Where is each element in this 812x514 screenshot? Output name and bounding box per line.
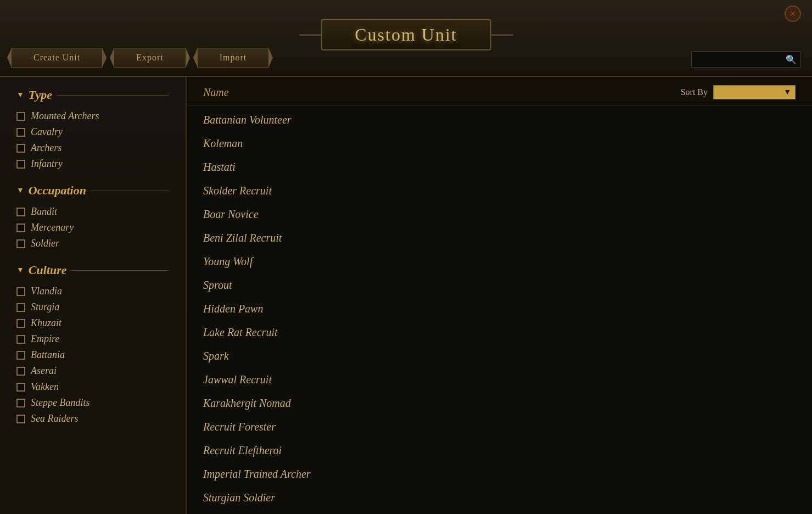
filter-item-mounted-archers[interactable]: Mounted Archers <box>16 110 169 122</box>
filter-item-vakken[interactable]: Vakken <box>16 381 169 393</box>
filter-item-cavalry[interactable]: Cavalry <box>16 126 169 138</box>
culture-section-title: Culture <box>29 263 67 277</box>
checkbox-cavalry[interactable] <box>16 128 25 137</box>
filter-item-infantry[interactable]: Infantry <box>16 158 169 170</box>
occupation-section-line <box>91 191 169 191</box>
checkbox-empire[interactable] <box>16 335 25 344</box>
culture-filter-items: Vlandia Sturgia Khuzait Empire Battania <box>16 286 169 424</box>
unit-list-item[interactable]: Beni Zilal Recruit <box>187 226 812 250</box>
filter-label-vlandia: Vlandia <box>31 286 62 297</box>
unit-list-item[interactable]: Hidden Pawn <box>187 297 812 321</box>
filter-item-mercenary[interactable]: Mercenary <box>16 222 169 233</box>
type-section-line <box>57 95 169 96</box>
unit-list-item[interactable]: Imperial Trained Archer <box>187 462 812 486</box>
type-collapse-arrow[interactable]: ▼ <box>16 91 24 99</box>
sort-by-label: Sort By <box>681 87 708 97</box>
filter-label-empire: Empire <box>31 333 59 345</box>
filter-item-bandit[interactable]: Bandit <box>16 206 169 217</box>
search-input[interactable] <box>691 51 801 68</box>
list-header: Name Sort By Name Type Culture ▼ <box>187 77 812 105</box>
unit-list-item[interactable]: Boar Novice <box>187 203 812 226</box>
checkbox-soldier[interactable] <box>16 239 25 248</box>
unit-list-item[interactable]: Sturgian Soldier <box>187 486 812 510</box>
unit-list[interactable]: Battanian VolunteerKolemanHastatiSkolder… <box>187 105 812 514</box>
header: Custom Unit × Create Unit Export Import … <box>0 0 812 77</box>
filter-label-aserai: Aserai <box>31 365 57 377</box>
type-filter-items: Mounted Archers Cavalry Archers Infantry <box>16 110 169 170</box>
export-button[interactable]: Export <box>114 48 186 68</box>
unit-list-item[interactable]: Recruit Eleftheroi <box>187 439 812 462</box>
filter-item-aserai[interactable]: Aserai <box>16 365 169 377</box>
import-button-wrap: Import <box>197 48 270 68</box>
filter-label-bandit: Bandit <box>31 206 57 217</box>
filter-label-infantry: Infantry <box>31 158 63 170</box>
occupation-filter-section: ▼ Occupation Bandit Mercenary Soldier <box>16 183 169 249</box>
checkbox-bandit[interactable] <box>16 208 25 216</box>
checkbox-mounted-archers[interactable] <box>16 112 25 121</box>
checkbox-sturgia[interactable] <box>16 303 25 312</box>
checkbox-archers[interactable] <box>16 144 25 153</box>
checkbox-steppe-bandits[interactable] <box>16 399 25 407</box>
filter-label-battania: Battania <box>31 349 65 361</box>
filter-label-mounted-archers: Mounted Archers <box>31 110 99 122</box>
filter-label-archers: Archers <box>31 142 61 154</box>
unit-list-item[interactable]: Battanian Volunteer <box>187 108 812 132</box>
right-panel: Name Sort By Name Type Culture ▼ Battani… <box>187 77 812 514</box>
culture-section-line <box>71 270 169 271</box>
unit-list-item[interactable]: Spark <box>187 344 812 368</box>
occupation-section-header: ▼ Occupation <box>16 183 169 198</box>
create-unit-button[interactable]: Create Unit <box>11 48 103 68</box>
checkbox-vakken[interactable] <box>16 383 25 392</box>
unit-list-item[interactable]: Recruit Forester <box>187 415 812 439</box>
culture-section-header: ▼ Culture <box>16 263 169 277</box>
checkbox-mercenary[interactable] <box>16 224 25 232</box>
checkbox-aserai[interactable] <box>16 367 25 376</box>
filter-item-khuzait[interactable]: Khuzait <box>16 317 169 329</box>
filter-item-archers[interactable]: Archers <box>16 142 169 154</box>
filter-label-vakken: Vakken <box>31 381 59 393</box>
filter-label-sturgia: Sturgia <box>31 301 59 313</box>
unit-list-item[interactable]: Koleman <box>187 132 812 155</box>
filter-item-battania[interactable]: Battania <box>16 349 169 361</box>
culture-collapse-arrow[interactable]: ▼ <box>16 266 24 275</box>
unit-list-item[interactable]: Sprout <box>187 273 812 297</box>
checkbox-khuzait[interactable] <box>16 319 25 328</box>
filter-item-vlandia[interactable]: Vlandia <box>16 286 169 297</box>
unit-list-item[interactable]: Jawwal Recruit <box>187 368 812 392</box>
page-title: Custom Unit <box>355 25 457 44</box>
filter-item-sturgia[interactable]: Sturgia <box>16 301 169 313</box>
type-section-title: Type <box>29 88 52 102</box>
filter-item-sea-raiders[interactable]: Sea Raiders <box>16 413 169 424</box>
filter-item-soldier[interactable]: Soldier <box>16 238 169 249</box>
occupation-filter-items: Bandit Mercenary Soldier <box>16 206 169 249</box>
close-button[interactable]: × <box>785 5 801 22</box>
filter-label-mercenary: Mercenary <box>31 222 74 233</box>
checkbox-sea-raiders[interactable] <box>16 415 25 423</box>
checkbox-vlandia[interactable] <box>16 287 25 296</box>
unit-list-item[interactable]: Skolder Recruit <box>187 179 812 203</box>
checkbox-battania[interactable] <box>16 351 25 360</box>
unit-list-item[interactable]: Young Wolf <box>187 250 812 273</box>
unit-list-item[interactable]: Karakhergit Nomad <box>187 392 812 415</box>
occupation-collapse-arrow[interactable]: ▼ <box>16 186 24 195</box>
sort-dropdown[interactable]: Name Type Culture <box>713 85 796 99</box>
search-icon: 🔍 <box>786 54 797 65</box>
title-container: Custom Unit <box>321 19 491 51</box>
search-wrap: 🔍 <box>691 51 801 68</box>
filter-label-cavalry: Cavalry <box>31 126 63 138</box>
toolbar: Create Unit Export Import <box>0 48 812 68</box>
filter-item-empire[interactable]: Empire <box>16 333 169 345</box>
create-unit-button-wrap: Create Unit <box>11 48 103 68</box>
import-button[interactable]: Import <box>197 48 270 68</box>
unit-list-item[interactable]: Lake Rat Recruit <box>187 321 812 344</box>
sort-dropdown-wrap: Name Type Culture ▼ <box>713 85 796 99</box>
checkbox-infantry[interactable] <box>16 160 25 169</box>
culture-filter-section: ▼ Culture Vlandia Sturgia Khuzait <box>16 263 169 424</box>
unit-list-item[interactable]: Aserai Footman <box>187 510 812 514</box>
filter-label-soldier: Soldier <box>31 238 59 249</box>
unit-list-item[interactable]: Hastati <box>187 155 812 179</box>
type-section-header: ▼ Type <box>16 88 169 102</box>
main-content: ▼ Type Mounted Archers Cavalry Archers <box>0 77 812 514</box>
filter-item-steppe-bandits[interactable]: Steppe Bandits <box>16 397 169 409</box>
filter-label-khuzait: Khuzait <box>31 317 61 329</box>
